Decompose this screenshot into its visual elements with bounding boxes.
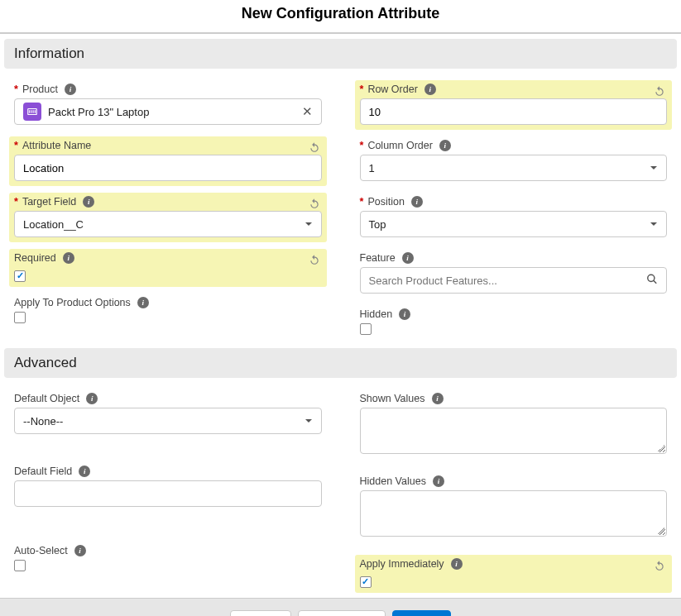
field-target-field: *Target Fieldi Location__C [9, 193, 327, 242]
section-information: Information [4, 39, 677, 69]
hidden-label: Hidden [360, 308, 393, 320]
field-attribute-name: *Attribute Name [9, 136, 327, 186]
field-product: *Producti Packt Pro 13" Laptop ✕ [9, 80, 327, 130]
chevron-down-icon [305, 218, 313, 231]
shown-values-label: Shown Values [360, 393, 425, 404]
target-field-select[interactable]: Location__C [14, 211, 322, 237]
attribute-name-label: Attribute Name [22, 140, 91, 151]
svg-point-6 [648, 275, 655, 281]
save-and-new-button[interactable]: Save & New [298, 610, 386, 616]
section-advanced: Advanced [4, 348, 677, 378]
field-auto-select: Auto-Selecti [9, 542, 327, 580]
field-default-field: Default Fieldi [9, 462, 327, 512]
attribute-name-input[interactable] [23, 162, 313, 174]
field-required: Requiredi [9, 249, 327, 287]
target-field-label: Target Field [22, 196, 76, 208]
field-default-object: Default Objecti --None-- [9, 389, 327, 439]
default-object-select[interactable]: --None-- [14, 408, 322, 434]
apply-immediately-checkbox[interactable] [360, 576, 372, 588]
info-icon[interactable]: i [399, 308, 410, 320]
default-field-label: Default Field [14, 466, 72, 477]
field-hidden: Hiddeni [355, 305, 673, 343]
field-apply-to-product-options: Apply To Product Optionsi [9, 294, 327, 332]
apply-to-product-options-checkbox[interactable] [14, 312, 26, 323]
info-icon[interactable]: i [439, 140, 451, 151]
hidden-checkbox[interactable] [360, 323, 372, 335]
info-icon[interactable]: i [411, 196, 423, 208]
info-icon[interactable]: i [424, 84, 436, 95]
info-icon[interactable]: i [65, 84, 76, 95]
product-icon [23, 103, 41, 121]
required-checkbox[interactable] [14, 270, 26, 282]
svg-line-7 [654, 280, 657, 284]
auto-select-checkbox[interactable] [14, 560, 26, 571]
shown-values-textarea[interactable] [360, 408, 668, 454]
row-order-label: Row Order [367, 84, 417, 95]
info-icon[interactable]: i [432, 393, 444, 404]
product-lookup[interactable]: Packt Pro 13" Laptop ✕ [14, 98, 322, 125]
undo-icon[interactable] [654, 560, 665, 575]
auto-select-label: Auto-Select [14, 545, 68, 556]
info-icon[interactable]: i [433, 475, 444, 487]
product-value: Packt Pro 13" Laptop [48, 106, 149, 118]
field-apply-immediately: Apply Immediatelyi [355, 555, 673, 593]
default-field-input[interactable] [23, 488, 313, 500]
page-title: New Configuration Attribute [0, 0, 681, 32]
chevron-down-icon [650, 162, 658, 174]
search-icon [646, 274, 658, 288]
info-icon[interactable]: i [63, 252, 74, 264]
info-icon[interactable]: i [451, 558, 463, 570]
save-button[interactable]: Save [392, 610, 452, 616]
feature-search-input[interactable] [369, 275, 659, 287]
info-icon[interactable]: i [86, 393, 98, 404]
required-label: Required [14, 252, 56, 264]
undo-icon[interactable] [309, 254, 320, 269]
position-select[interactable]: Top [360, 211, 668, 237]
info-icon[interactable]: i [79, 466, 90, 477]
column-order-label: Column Order [367, 140, 433, 151]
info-icon[interactable]: i [74, 545, 86, 556]
column-order-select[interactable]: 1 [360, 155, 668, 181]
field-feature: Featurei [355, 249, 673, 298]
field-position: *Positioni Top [355, 193, 673, 242]
position-label: Position [367, 196, 404, 208]
clear-icon[interactable]: ✕ [302, 104, 313, 119]
default-object-label: Default Object [14, 393, 79, 404]
product-label: Product [22, 84, 58, 95]
field-column-order: *Column Orderi 1 [355, 136, 673, 186]
field-row-order: *Row Orderi [355, 80, 673, 130]
chevron-down-icon [305, 415, 313, 427]
cancel-button[interactable]: Cancel [230, 610, 291, 616]
feature-label: Feature [360, 252, 396, 264]
hidden-values-textarea[interactable] [360, 490, 668, 537]
info-icon[interactable]: i [137, 297, 149, 308]
apply-immediately-label: Apply Immediately [360, 558, 444, 570]
hidden-values-label: Hidden Values [360, 475, 426, 487]
footer-actions: Cancel Save & New Save [0, 598, 681, 616]
field-shown-values: Shown Valuesi [355, 389, 673, 459]
field-hidden-values: Hidden Valuesi [355, 472, 673, 542]
info-icon[interactable]: i [83, 196, 94, 208]
apply-to-product-options-label: Apply To Product Options [14, 297, 131, 308]
chevron-down-icon [650, 218, 658, 231]
row-order-input[interactable] [369, 106, 659, 118]
info-icon[interactable]: i [402, 252, 414, 264]
